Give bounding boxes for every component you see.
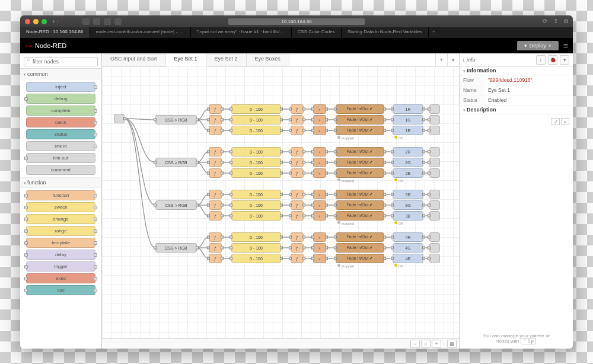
palette-filter-input[interactable] (24, 57, 98, 66)
fade-node[interactable]: Fade In/Out ✔ (336, 243, 384, 253)
workspace-tab[interactable]: Eye Set 2 (206, 53, 247, 66)
workspace-tab[interactable]: OSC Input and Sort (102, 53, 166, 66)
function-node[interactable]: ƒ (291, 104, 304, 114)
link-out-node[interactable] (429, 232, 440, 242)
fade-node[interactable]: Fade In/Out ✔ (336, 232, 384, 242)
function-node[interactable]: ƒ (291, 200, 304, 210)
split-node[interactable]: ⫞ (313, 211, 326, 221)
palette-node-range[interactable]: range (26, 226, 95, 236)
output-node[interactable]: 1G (393, 115, 423, 124)
deploy-button[interactable]: ▾ Deploy ▾ (517, 41, 559, 50)
new-tab-button[interactable]: + (429, 27, 439, 38)
info-btn-debug[interactable]: 🐞 (548, 55, 557, 65)
css-rgb-node[interactable]: CSS > RGB (155, 158, 197, 167)
function-node[interactable]: ƒ (209, 158, 222, 167)
output-node[interactable]: 1R (393, 104, 423, 114)
palette-node-link-in[interactable]: link in (26, 141, 95, 151)
palette-node-status[interactable]: status (26, 129, 95, 139)
function-node[interactable]: ƒ (291, 158, 304, 167)
range-node[interactable]: 0 - 100 (231, 115, 281, 124)
browser-tab[interactable]: Storing Data in Node-Red Variables (342, 27, 429, 38)
link-out-node[interactable] (429, 158, 440, 167)
function-node[interactable]: ƒ (209, 126, 222, 135)
palette-node-comment[interactable]: comment (26, 165, 95, 175)
output-node[interactable]: 3BOK (393, 211, 423, 221)
fade-node[interactable]: Fade In/Out ✔ (336, 200, 384, 210)
output-node[interactable]: 3G (393, 200, 423, 210)
desc-expand-button[interactable]: ⤢ (551, 118, 560, 125)
zoom-in-button[interactable]: + (432, 340, 441, 348)
palette-node-complete[interactable]: complete (26, 106, 95, 116)
split-node[interactable]: ⫞ (313, 190, 326, 199)
zoom-reset-button[interactable]: ○ (421, 340, 431, 348)
browser-tab[interactable]: node-red-contrib-color-convert (node) - … (90, 27, 191, 38)
range-node[interactable]: 0 - 100 (231, 147, 281, 157)
fade-node[interactable]: Fade In/Out ✔stopped (336, 254, 384, 263)
link-in-node[interactable] (114, 114, 125, 123)
link-out-node[interactable] (429, 147, 440, 157)
palette-node-trigger[interactable]: trigger (26, 261, 95, 272)
css-rgb-node[interactable]: CSS > RGB (155, 115, 197, 124)
output-node[interactable]: 2BOK (393, 168, 423, 178)
link-out-node[interactable] (429, 115, 440, 124)
navigator-button[interactable]: ▦ (447, 340, 457, 348)
output-node[interactable]: 4BOK (393, 254, 423, 263)
workspace-add-button[interactable]: + (435, 53, 447, 66)
fade-node[interactable]: Fade In/Out ✔stopped (336, 126, 384, 135)
range-node[interactable]: 0 - 100 (231, 243, 281, 253)
fade-node[interactable]: Fade In/Out ✔ (336, 115, 384, 124)
fade-node[interactable]: Fade In/Out ✔ (336, 190, 384, 199)
split-node[interactable]: ⫞ (313, 168, 326, 178)
palette-node-template[interactable]: template (26, 238, 95, 248)
function-node[interactable]: ƒ (209, 115, 222, 124)
range-node[interactable]: 0 - 100 (231, 158, 281, 167)
browser-tab[interactable]: Node-RED : 10.160.164.86 (20, 27, 90, 38)
reload-icon[interactable]: ⟳ (543, 18, 547, 25)
flow-canvas[interactable]: CSS > RGBƒ0 - 100ƒ⫞Fade In/Out ✔1Rƒ0 - 1… (102, 66, 459, 338)
workspace-tab[interactable]: Eye Set 1 (166, 53, 206, 66)
output-node[interactable]: 1BOK (393, 126, 423, 135)
split-node[interactable]: ⫞ (313, 200, 326, 210)
info-btn-i[interactable]: i (536, 55, 546, 65)
fade-node[interactable]: Fade In/Out ✔ (336, 158, 384, 167)
split-node[interactable]: ⫞ (313, 126, 326, 135)
split-node[interactable]: ⫞ (313, 254, 326, 263)
function-node[interactable]: ƒ (291, 232, 304, 242)
function-node[interactable]: ƒ (209, 190, 222, 199)
browser-tab[interactable]: "Input not an array" · Issue #1 · hardil… (191, 27, 292, 38)
function-node[interactable]: ƒ (291, 147, 304, 157)
fade-node[interactable]: Fade In/Out ✔stopped (336, 211, 384, 221)
close-icon[interactable] (25, 19, 30, 24)
link-out-node[interactable] (429, 104, 440, 114)
palette-category-common[interactable]: common (20, 69, 101, 79)
css-rgb-node[interactable]: CSS > RGB (155, 243, 197, 253)
split-node[interactable]: ⫞ (313, 243, 326, 253)
link-out-node[interactable] (429, 243, 440, 253)
split-node[interactable]: ⫞ (313, 232, 326, 242)
link-out-node[interactable] (429, 254, 440, 263)
info-section-information[interactable]: Information (460, 66, 573, 75)
function-node[interactable]: ƒ (209, 104, 222, 114)
output-node[interactable]: 4R (393, 232, 423, 242)
function-node[interactable]: ƒ (209, 211, 222, 221)
palette-category-function[interactable]: function (20, 177, 101, 188)
range-node[interactable]: 0 - 100 (231, 254, 281, 263)
desc-close-button[interactable]: × (561, 118, 569, 125)
function-node[interactable]: ƒ (291, 115, 304, 124)
info-btn-more[interactable]: ▾ (560, 55, 569, 65)
link-out-node[interactable] (429, 211, 440, 221)
palette-node-exec[interactable]: exec (26, 273, 95, 283)
function-node[interactable]: ƒ (209, 200, 222, 210)
palette-node-delay[interactable]: delay (26, 250, 95, 260)
function-node[interactable]: ƒ (291, 168, 304, 178)
function-node[interactable]: ƒ (291, 190, 304, 199)
range-node[interactable]: 0 - 100 (231, 211, 281, 221)
range-node[interactable]: 0 - 100 (231, 190, 281, 199)
function-node[interactable]: ƒ (209, 232, 222, 242)
info-tab-label[interactable]: info (467, 57, 476, 63)
link-out-node[interactable] (429, 190, 440, 199)
tabs-icon[interactable]: ⧉ (564, 18, 568, 25)
zoom-icon[interactable] (42, 19, 47, 24)
link-out-node[interactable] (429, 200, 440, 210)
function-node[interactable]: ƒ (291, 211, 304, 221)
